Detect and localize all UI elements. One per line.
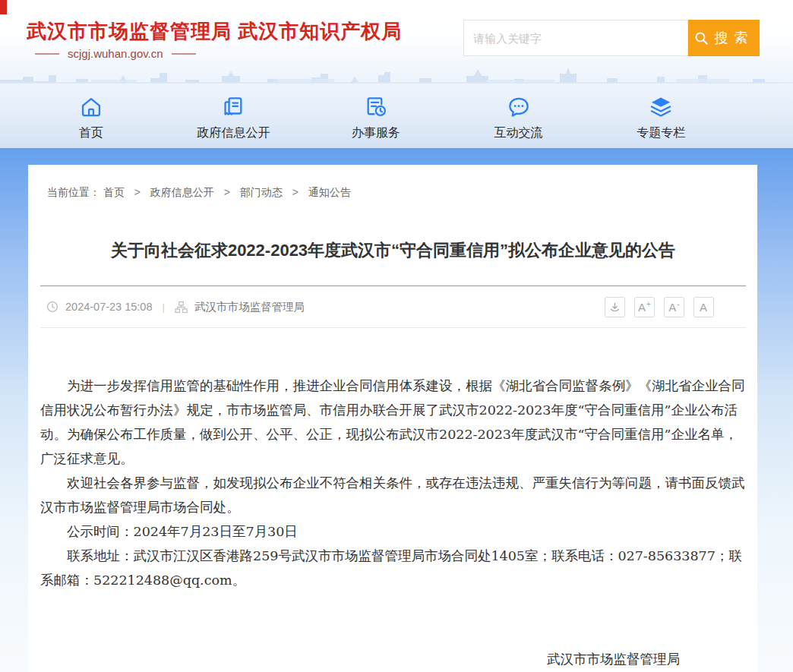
paragraph: 联系地址：武汉市江汉区香港路259号武汉市市场监督管理局市场合同处1405室；联… [40, 544, 746, 592]
article-signature: 武汉市市场监督管理局 2024年7月22日 [40, 647, 746, 672]
nav-item-interaction[interactable]: 互动交流 [447, 84, 590, 148]
nav-item-services[interactable]: 办事服务 [305, 84, 447, 148]
article-meta-row: 2024-07-23 15:08 | 武汉市市场监督管理局 [40, 286, 746, 327]
chat-icon [506, 94, 532, 120]
city-skyline-graphic [0, 62, 793, 84]
documents-icon [220, 94, 246, 120]
site-title[interactable]: 武汉市市场监督管理局 武汉市知识产权局 [27, 18, 402, 45]
breadcrumb-item-gov-info[interactable]: 政府信息公开 [150, 186, 214, 198]
paragraph: 为进一步发挥信用监管的基础性作用，推进企业合同信用体系建设，根据《湖北省合同监督… [40, 374, 746, 471]
nav-label: 政府信息公开 [197, 125, 270, 141]
breadcrumb-item-home[interactable]: 首页 [103, 186, 125, 198]
search-area: 搜索 [463, 20, 760, 56]
font-tool-letter: A [700, 301, 707, 314]
nav-item-gov-info[interactable]: 政府信息公开 [163, 84, 305, 148]
breadcrumb-separator: > [134, 186, 141, 198]
font-tool-sign: - [677, 300, 679, 308]
search-input[interactable] [463, 20, 688, 56]
font-tool-sign: + [646, 300, 651, 308]
font-reset-button[interactable]: A [693, 297, 714, 317]
site-url-row: scjgj.wuhan.gov.cn [35, 47, 196, 60]
article-title: 关于向社会征求2022-2023年度武汉市“守合同重信用”拟公布企业意见的公告 [40, 239, 746, 262]
search-button[interactable]: 搜索 [688, 20, 760, 56]
signature-org: 武汉市市场监督管理局 [40, 647, 746, 671]
download-button[interactable] [605, 297, 625, 317]
layers-icon [648, 94, 674, 120]
separator-bottom [40, 327, 746, 328]
search-button-label: 搜索 [715, 29, 754, 47]
corner-mark [0, 0, 7, 14]
font-tool-letter: A [668, 301, 676, 314]
font-tool-letter: A [638, 301, 646, 314]
paragraph: 公示时间：2024年7月23日至7月30日 [40, 519, 746, 544]
sitemap-icon [175, 301, 188, 314]
nav-label: 首页 [79, 125, 103, 141]
font-decrease-button[interactable]: A - [664, 297, 684, 317]
font-increase-button[interactable]: A + [634, 297, 655, 317]
breadcrumb-separator: > [292, 186, 299, 198]
article-tools: A + A - A [605, 297, 746, 317]
breadcrumb-separator: > [224, 186, 230, 198]
breadcrumb-item-notices[interactable]: 通知公告 [308, 186, 351, 198]
nav-label: 办事服务 [352, 125, 400, 141]
download-icon [609, 301, 621, 313]
search-icon [694, 31, 709, 46]
nav-item-home[interactable]: 首页 [20, 84, 163, 148]
service-icon [363, 94, 389, 120]
publish-datetime: 2024-07-23 15:08 [65, 301, 153, 313]
breadcrumb-item-dept-news[interactable]: 部门动态 [240, 186, 283, 198]
clock-icon [46, 301, 58, 313]
content-box: 当前位置： 首页 > 政府信息公开 > 部门动态 > 通知公告 关于向社会征求2… [28, 165, 757, 672]
paragraph: 欢迎社会各界参与监督，如发现拟公布企业不符合相关条件，或存在违法违规、严重失信行… [40, 471, 746, 519]
nav-label: 互动交流 [494, 125, 543, 141]
breadcrumb: 当前位置： 首页 > 政府信息公开 > 部门动态 > 通知公告 [40, 165, 746, 200]
article-meta: 2024-07-23 15:08 | 武汉市市场监督管理局 [40, 300, 305, 314]
nav-label: 专题专栏 [637, 125, 685, 141]
nav-item-topics[interactable]: 专题专栏 [589, 84, 732, 148]
home-icon [78, 94, 104, 120]
breadcrumb-label: 当前位置： [47, 186, 100, 198]
article-source: 武汉市市场监督管理局 [194, 300, 305, 314]
dash-left [35, 53, 59, 55]
dash-right [172, 53, 196, 55]
meta-divider: | [163, 301, 165, 313]
main-navbar: 首页 政府信息公开 办事服务 [0, 84, 793, 148]
site-url: scjgj.wuhan.gov.cn [68, 47, 163, 60]
article-body: 为进一步发挥信用监管的基础性作用，推进企业合同信用体系建设，根据《湖北省合同监督… [40, 374, 746, 592]
site-header: 武汉市市场监督管理局 武汉市知识产权局 scjgj.wuhan.gov.cn 搜… [0, 0, 793, 84]
